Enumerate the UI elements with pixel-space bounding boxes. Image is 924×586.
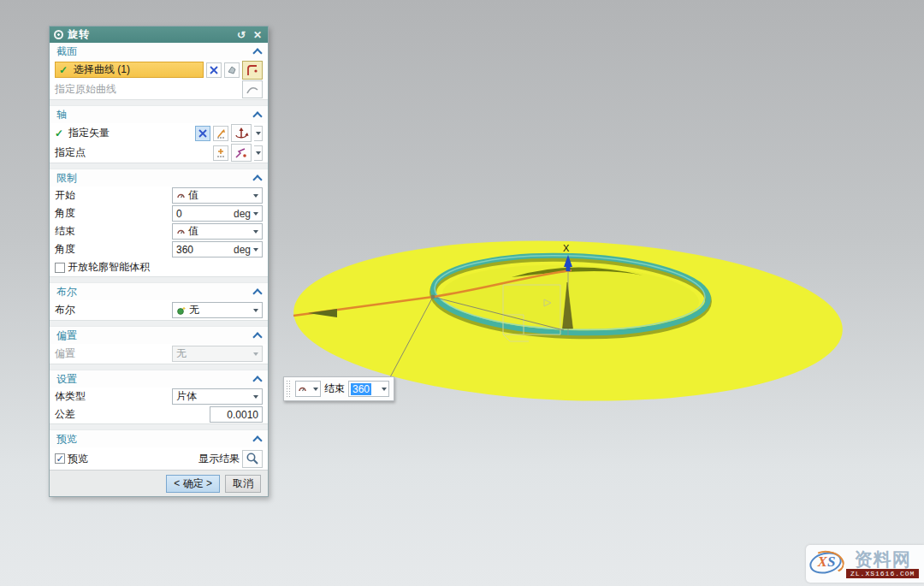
caret-down-icon	[253, 352, 258, 356]
tolerance-value: 0.0010	[227, 409, 258, 421]
section-header-label: 预览	[56, 432, 77, 447]
start-angle-value: 0	[176, 208, 182, 220]
watermark: XS 资料网 ZL.XS1616.COM	[806, 545, 924, 583]
caret-down-icon[interactable]	[253, 248, 258, 252]
dialog-footer: < 确定 > 取消	[50, 470, 268, 496]
chevron-up-icon[interactable]	[252, 376, 262, 385]
section-header-label: 设置	[56, 372, 77, 387]
origin-curve-row: 指定原始曲线	[50, 80, 268, 99]
end-mode-combo[interactable]: 值	[172, 223, 263, 240]
body-type-row: 体类型 片体	[50, 388, 268, 405]
start-angle-unit: deg	[234, 208, 251, 220]
end-angle-label: 角度	[55, 242, 75, 257]
application-window: X 旋转 ↺ ✕ 截面 ✓ 选择曲线 (1)	[0, 0, 924, 586]
onscreen-input-box: 结束 360	[283, 376, 394, 401]
caret-down-icon[interactable]	[253, 212, 258, 216]
float-angle-value: 360	[351, 383, 371, 395]
end-mode-value: 值	[188, 224, 198, 239]
boolean-combo[interactable]: 无	[172, 302, 263, 318]
section-header-label: 截面	[56, 44, 77, 59]
chevron-up-icon[interactable]	[252, 435, 262, 445]
drag-handle[interactable]	[286, 380, 292, 398]
section-header-label: 布尔	[56, 285, 77, 299]
select-curve-row: ✓ 选择曲线 (1)	[50, 60, 268, 80]
caret-down-icon[interactable]	[382, 388, 387, 391]
section-header-settings[interactable]: 设置	[50, 370, 268, 388]
section-header-section[interactable]: 截面	[50, 43, 268, 60]
preview-row: ✓ 预览 显示结果	[50, 447, 268, 470]
point-dropdown[interactable]	[254, 145, 263, 161]
caret-down-icon	[256, 132, 261, 135]
float-end-label: 结束	[324, 382, 345, 396]
sketch-section-button[interactable]	[242, 61, 263, 80]
offset-combo[interactable]: 无	[172, 346, 263, 362]
open-profile-checkbox[interactable]	[55, 263, 65, 273]
show-result-button[interactable]	[242, 450, 263, 468]
value-mode-icon	[176, 227, 186, 236]
end-angle-row: 角度 360 deg	[50, 240, 268, 258]
caret-down-icon	[253, 230, 258, 234]
end-label: 结束	[55, 224, 75, 239]
boolean-label: 布尔	[55, 303, 75, 317]
check-icon: ✓	[59, 64, 70, 76]
end-mode-row: 结束 值	[50, 222, 268, 240]
region-select-button[interactable]	[224, 62, 240, 78]
body-type-label: 体类型	[55, 389, 86, 404]
chevron-up-icon[interactable]	[252, 332, 262, 341]
inferred-point-icon	[234, 147, 248, 159]
section-separator	[50, 364, 268, 370]
start-mode-combo[interactable]: 值	[172, 187, 263, 204]
float-mode-combo[interactable]	[295, 381, 321, 397]
reset-icon[interactable]: ↺	[235, 29, 247, 41]
vector-dialog-button[interactable]	[213, 126, 228, 141]
deselect-button[interactable]	[206, 62, 222, 78]
close-icon[interactable]: ✕	[252, 29, 264, 41]
inferred-vector-button[interactable]	[231, 124, 252, 142]
section-header-boolean[interactable]: 布尔	[50, 283, 268, 300]
show-result-label: 显示结果	[198, 452, 240, 466]
chevron-up-icon[interactable]	[252, 48, 262, 57]
ok-button[interactable]: < 确定 >	[166, 475, 220, 493]
chevron-up-icon[interactable]	[252, 111, 262, 121]
section-header-preview[interactable]: 预览	[50, 430, 268, 447]
vector-dialog-icon	[216, 127, 227, 139]
boolean-row: 布尔 无	[50, 300, 268, 320]
logo-letter-s: S	[827, 553, 835, 570]
check-icon: ✓	[55, 127, 66, 139]
float-angle-field[interactable]: 360	[348, 381, 389, 397]
origin-curve-button[interactable]	[242, 80, 263, 98]
offset-label: 偏置	[55, 346, 75, 361]
start-angle-field[interactable]: 0 deg	[172, 205, 263, 222]
point-dialog-button[interactable]	[213, 145, 228, 161]
inferred-point-button[interactable]	[231, 144, 252, 162]
magnifier-icon	[246, 452, 259, 465]
section-header-limits[interactable]: 限制	[50, 169, 268, 186]
end-angle-field[interactable]: 360 deg	[172, 241, 263, 257]
chevron-up-icon[interactable]	[252, 175, 262, 184]
section-header-axis[interactable]: 轴	[50, 106, 268, 123]
select-curve-field[interactable]: ✓ 选择曲线 (1)	[55, 62, 204, 78]
value-mode-icon	[298, 384, 307, 394]
anchor-point[interactable]	[431, 295, 435, 299]
section-separator	[50, 276, 268, 283]
axis-label: X	[563, 243, 570, 253]
boolean-none-icon	[176, 305, 187, 316]
dialog-titlebar[interactable]: 旋转 ↺ ✕	[50, 27, 268, 43]
body-type-combo[interactable]: 片体	[172, 388, 263, 405]
open-profile-row: 开放轮廓智能体积	[50, 258, 268, 276]
cancel-button[interactable]: 取消	[225, 475, 261, 493]
preview-checkbox[interactable]: ✓	[55, 453, 65, 464]
vector-dropdown[interactable]	[254, 126, 263, 141]
start-angle-label: 角度	[55, 206, 75, 221]
logo-letter-x: X	[818, 553, 827, 570]
tolerance-field[interactable]: 0.0010	[210, 406, 263, 423]
end-angle-unit: deg	[234, 244, 251, 256]
caret-down-icon	[313, 388, 318, 391]
section-header-offset[interactable]: 偏置	[50, 327, 268, 344]
vector-deselect-button[interactable]	[195, 126, 210, 141]
chevron-up-icon[interactable]	[252, 288, 262, 298]
caret-down-icon	[253, 309, 258, 312]
section-header-label: 限制	[56, 171, 77, 186]
offset-row: 偏置 无	[50, 344, 268, 364]
tolerance-label: 公差	[55, 407, 75, 422]
